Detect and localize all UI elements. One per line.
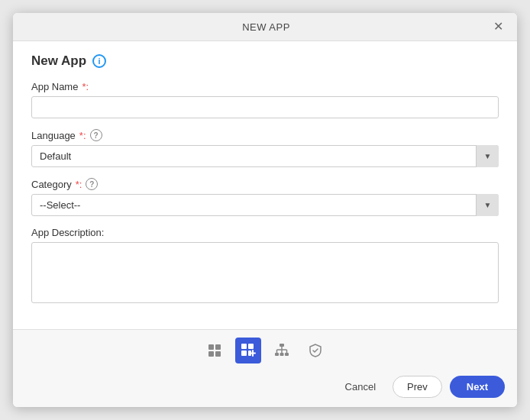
svg-rect-2	[208, 351, 214, 357]
description-label: App Description:	[31, 227, 499, 238]
category-label: Category*: ?	[31, 178, 499, 190]
language-select[interactable]: DefaultEnglishSpanishFrench	[31, 145, 499, 167]
svg-rect-11	[275, 353, 279, 356]
step-2-icon[interactable]	[235, 338, 261, 363]
dialog-footer: Cancel Prev Next	[13, 329, 517, 407]
close-button[interactable]: ✕	[492, 21, 505, 33]
dialog-title: NEW APP	[40, 21, 492, 33]
dialog-header: NEW APP ✕	[13, 13, 517, 41]
svg-rect-4	[241, 344, 247, 349]
svg-rect-1	[215, 344, 221, 350]
info-icon[interactable]: i	[92, 54, 106, 68]
svg-rect-12	[280, 353, 284, 356]
category-select[interactable]: --Select--	[31, 194, 499, 216]
svg-rect-13	[285, 353, 289, 356]
svg-rect-0	[208, 344, 214, 350]
category-help-icon[interactable]: ?	[86, 178, 98, 190]
footer-actions: Cancel Prev Next	[13, 370, 517, 407]
language-label: Language*: ?	[31, 129, 499, 141]
svg-rect-6	[241, 351, 247, 356]
svg-rect-3	[215, 351, 221, 357]
new-app-dialog: NEW APP ✕ New App i App Name*: Language*…	[13, 13, 517, 407]
prev-button[interactable]: Prev	[393, 376, 442, 398]
category-group: Category*: ? --Select-- ▼	[31, 178, 499, 216]
description-group: App Description:	[31, 227, 499, 306]
step-1-icon[interactable]	[202, 338, 228, 363]
svg-rect-5	[248, 344, 254, 349]
language-select-wrapper: DefaultEnglishSpanishFrench ▼	[31, 145, 499, 167]
dialog-body: New App i App Name*: Language*: ? Defaul…	[13, 41, 517, 329]
section-title: New App i	[31, 53, 499, 69]
language-group: Language*: ? DefaultEnglishSpanishFrench…	[31, 129, 499, 167]
app-name-group: App Name*:	[31, 81, 499, 118]
wizard-steps	[13, 330, 517, 370]
app-name-input[interactable]	[31, 96, 499, 118]
language-help-icon[interactable]: ?	[90, 129, 102, 141]
app-name-label: App Name*:	[31, 81, 499, 92]
description-textarea[interactable]	[31, 242, 499, 303]
step-3-icon[interactable]	[269, 338, 295, 363]
step-4-icon[interactable]	[302, 338, 328, 363]
next-button[interactable]: Next	[450, 376, 505, 398]
category-select-wrapper: --Select-- ▼	[31, 194, 499, 216]
cancel-button[interactable]: Cancel	[336, 376, 385, 397]
svg-rect-10	[280, 344, 284, 347]
